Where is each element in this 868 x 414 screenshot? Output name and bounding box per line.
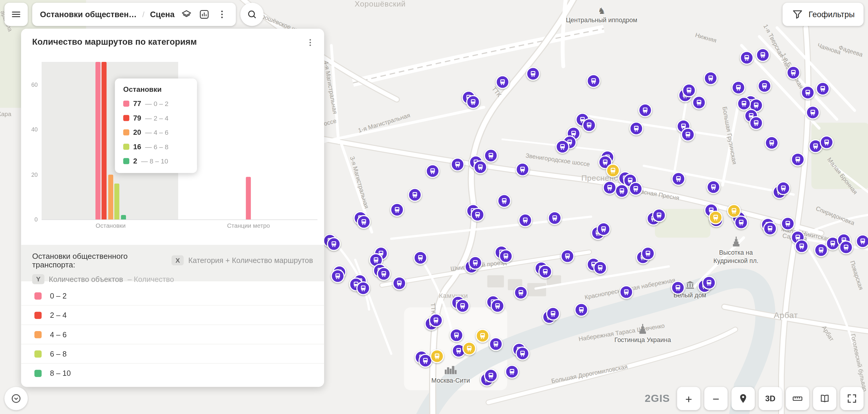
transport-stop-marker[interactable]	[548, 211, 561, 225]
my-location-button[interactable]	[731, 387, 755, 410]
map-attribution-logo[interactable]: 2GIS	[645, 392, 670, 405]
poi-label[interactable]: ♞Центральный ипподром	[566, 6, 638, 24]
transport-stop-marker[interactable]	[356, 215, 371, 229]
poi-label[interactable]: Гостиница Украина	[614, 324, 671, 344]
transport-stop-marker[interactable]	[470, 208, 485, 221]
transport-stop-marker[interactable]	[704, 71, 717, 85]
layers-icon[interactable]	[180, 8, 192, 21]
bar[interactable]	[246, 177, 251, 219]
transport-stop-marker[interactable]	[484, 369, 498, 382]
transport-stop-marker[interactable]	[629, 122, 643, 135]
breadcrumb-project[interactable]: Остановки обществен…	[40, 10, 137, 19]
transport-stop-marker[interactable]	[390, 203, 404, 216]
transport-stop-marker[interactable]	[737, 97, 751, 110]
transport-stop-marker[interactable]	[602, 180, 616, 194]
transport-stop-marker[interactable]	[475, 329, 489, 343]
transport-stop-marker[interactable]	[450, 157, 464, 171]
transport-stop-marker[interactable]	[671, 280, 684, 295]
transport-stop-marker[interactable]	[671, 172, 685, 186]
transport-stop-marker[interactable]	[538, 265, 552, 278]
bar[interactable]	[115, 183, 120, 219]
transport-stop-marker[interactable]	[692, 95, 706, 109]
transport-stop-marker[interactable]	[805, 105, 819, 119]
transport-stop-marker[interactable]	[468, 255, 482, 270]
transport-stop-marker[interactable]	[546, 307, 560, 320]
transport-stop-marker[interactable]	[749, 116, 763, 130]
transport-stop-marker[interactable]	[596, 222, 610, 236]
bar[interactable]	[102, 62, 107, 219]
transport-stop-marker[interactable]	[815, 81, 830, 95]
bar[interactable]	[121, 215, 126, 219]
transport-stop-marker[interactable]	[706, 180, 720, 194]
transport-stop-marker[interactable]	[638, 103, 652, 117]
transport-stop-marker[interactable]	[757, 79, 771, 93]
transport-stop-marker[interactable]	[514, 285, 528, 300]
kebab-menu-icon[interactable]	[216, 8, 228, 21]
fullscreen-button[interactable]	[840, 387, 864, 410]
map-legend-button[interactable]	[813, 387, 837, 410]
transport-stop-marker[interactable]	[641, 246, 655, 260]
legend-row[interactable]: 2 – 4	[21, 306, 324, 325]
transport-stop-marker[interactable]	[756, 48, 770, 62]
zoom-in-button[interactable]: +	[677, 387, 701, 410]
transport-stop-marker[interactable]	[497, 194, 511, 208]
legend-row[interactable]: 8 – 10	[21, 364, 324, 382]
poi-label[interactable]: Москва-Сити	[431, 366, 470, 385]
chart-widget-icon[interactable]	[198, 8, 210, 21]
menu-button[interactable]	[4, 3, 28, 26]
transport-stop-marker[interactable]	[740, 50, 753, 65]
transport-stop-marker[interactable]	[489, 337, 502, 351]
transport-stop-marker[interactable]	[795, 239, 808, 253]
transport-stop-marker[interactable]	[593, 261, 607, 275]
geofilters-button[interactable]: Геофильтры	[783, 3, 864, 26]
transport-stop-marker[interactable]	[429, 313, 443, 327]
transport-stop-marker[interactable]	[331, 269, 344, 283]
transport-stop-marker[interactable]	[455, 299, 469, 313]
transport-stop-marker[interactable]	[727, 204, 741, 218]
transport-stop-marker[interactable]	[560, 249, 574, 263]
transport-stop-marker[interactable]	[702, 275, 716, 289]
transport-stop-marker[interactable]	[473, 160, 487, 174]
transport-stop-marker[interactable]	[376, 267, 391, 281]
bar[interactable]	[108, 174, 113, 219]
transport-stop-marker[interactable]	[505, 365, 519, 378]
transport-stop-marker[interactable]	[615, 184, 628, 198]
legend-row[interactable]: 0 – 2	[21, 286, 324, 306]
transport-stop-marker[interactable]	[526, 67, 540, 80]
transport-stop-marker[interactable]	[790, 152, 805, 166]
collapse-panel-button[interactable]	[4, 387, 28, 410]
transport-stop-marker[interactable]	[619, 285, 633, 299]
transport-stop-marker[interactable]	[515, 346, 529, 360]
transport-stop-marker[interactable]	[392, 276, 406, 290]
transport-stop-marker[interactable]	[466, 95, 480, 109]
transport-stop-marker[interactable]	[586, 74, 600, 88]
transport-stop-marker[interactable]	[801, 85, 815, 99]
transport-stop-marker[interactable]	[327, 237, 341, 251]
panel-kebab-icon[interactable]	[303, 35, 317, 50]
transport-stop-marker[interactable]	[780, 216, 795, 231]
transport-stop-marker[interactable]	[515, 162, 529, 176]
transport-stop-marker[interactable]	[495, 75, 509, 89]
transport-stop-marker[interactable]	[606, 164, 620, 177]
legend-row[interactable]: 4 – 6	[21, 325, 324, 344]
transport-stop-marker[interactable]	[786, 65, 800, 79]
transport-stop-marker[interactable]	[425, 164, 439, 178]
transport-stop-marker[interactable]	[462, 341, 476, 355]
transport-stop-marker[interactable]	[449, 328, 463, 342]
transport-stop-marker[interactable]	[499, 249, 513, 263]
transport-stop-marker[interactable]	[814, 243, 828, 257]
transport-stop-marker[interactable]	[709, 210, 722, 224]
zoom-out-button[interactable]: −	[704, 387, 728, 410]
bar[interactable]	[95, 62, 100, 219]
transport-stop-marker[interactable]	[731, 80, 745, 95]
search-button[interactable]	[240, 3, 264, 26]
transport-stop-marker[interactable]	[682, 83, 696, 97]
transport-stop-marker[interactable]	[765, 136, 778, 149]
transport-stop-marker[interactable]	[652, 208, 666, 222]
poi-label[interactable]: Высотка на Кудринской пл.	[714, 237, 758, 265]
breadcrumb-scene[interactable]: Сцена	[150, 10, 175, 19]
transport-stop-marker[interactable]	[518, 213, 532, 227]
transport-stop-marker[interactable]	[839, 240, 853, 254]
transport-stop-marker[interactable]	[574, 303, 588, 317]
legend-row[interactable]: 6 – 8	[21, 344, 324, 364]
